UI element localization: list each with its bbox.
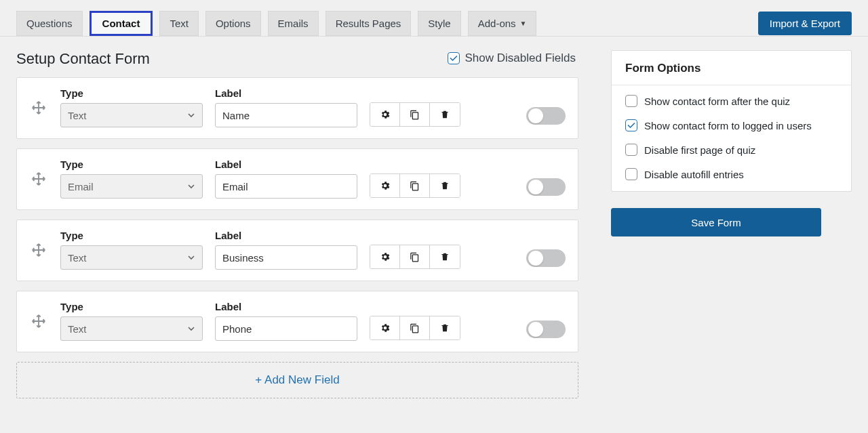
type-select-value: Text bbox=[68, 110, 87, 121]
type-select[interactable]: Text bbox=[60, 316, 203, 341]
tabs-bar: Questions Contact Text Options Emails Re… bbox=[0, 0, 868, 37]
field-actions bbox=[370, 245, 460, 269]
field-enabled-toggle[interactable] bbox=[526, 249, 566, 267]
tab-style-label: Style bbox=[428, 18, 450, 29]
tab-style[interactable]: Style bbox=[418, 11, 460, 36]
settings-button[interactable] bbox=[370, 103, 400, 126]
chevron-down-icon: ▼ bbox=[520, 20, 527, 27]
field-enabled-toggle[interactable] bbox=[526, 178, 566, 196]
settings-button[interactable] bbox=[370, 174, 400, 197]
move-icon[interactable] bbox=[29, 171, 48, 186]
field-actions bbox=[370, 316, 460, 340]
move-icon[interactable] bbox=[29, 314, 48, 329]
copy-icon bbox=[410, 323, 420, 333]
import-export-button[interactable]: Import & Export bbox=[758, 12, 852, 35]
copy-icon bbox=[410, 252, 420, 262]
option-label: Show contact form after the quiz bbox=[644, 96, 790, 107]
label-header: Label bbox=[215, 230, 357, 241]
show-disabled-label: Show Disabled Fields bbox=[465, 51, 576, 65]
panel-title: Form Options bbox=[612, 51, 851, 85]
move-icon[interactable] bbox=[29, 243, 48, 257]
option-disable-first-page[interactable]: Disable first page of quiz bbox=[625, 144, 837, 156]
delete-button[interactable] bbox=[430, 316, 460, 339]
trash-icon bbox=[440, 109, 450, 120]
add-new-field-label: + Add New Field bbox=[255, 373, 339, 387]
label-header: Label bbox=[215, 159, 357, 170]
tab-questions[interactable]: Questions bbox=[16, 11, 83, 36]
field-actions bbox=[370, 173, 460, 198]
show-disabled-checkbox[interactable] bbox=[448, 52, 460, 64]
delete-button[interactable] bbox=[430, 245, 460, 268]
checkbox[interactable] bbox=[625, 144, 637, 156]
type-select-value: Text bbox=[68, 323, 87, 335]
gear-icon bbox=[380, 180, 391, 191]
field-enabled-toggle[interactable] bbox=[526, 321, 566, 338]
tab-emails[interactable]: Emails bbox=[268, 11, 319, 36]
checkbox[interactable] bbox=[625, 168, 637, 180]
trash-icon bbox=[440, 180, 450, 191]
copy-icon bbox=[410, 110, 420, 120]
copy-icon bbox=[410, 181, 420, 191]
tab-contact[interactable]: Contact bbox=[90, 11, 153, 36]
duplicate-button[interactable] bbox=[400, 316, 430, 339]
tab-contact-label: Contact bbox=[102, 18, 140, 29]
checkbox[interactable] bbox=[625, 119, 637, 131]
tab-addons-label: Add-ons bbox=[478, 18, 516, 29]
add-new-field-button[interactable]: + Add New Field bbox=[16, 362, 578, 398]
chevron-down-icon bbox=[187, 182, 195, 190]
tab-text-label: Text bbox=[170, 18, 189, 29]
duplicate-button[interactable] bbox=[400, 103, 430, 126]
tab-addons[interactable]: Add-ons ▼ bbox=[468, 11, 537, 36]
tabs: Questions Contact Text Options Emails Re… bbox=[16, 11, 751, 36]
label-input[interactable] bbox=[215, 174, 357, 199]
field-actions bbox=[370, 102, 460, 127]
tab-emails-label: Emails bbox=[278, 18, 309, 29]
move-icon[interactable] bbox=[29, 100, 48, 115]
field-enabled-toggle[interactable] bbox=[526, 107, 566, 125]
tab-questions-label: Questions bbox=[26, 18, 73, 29]
trash-icon bbox=[440, 251, 450, 262]
gear-icon bbox=[380, 323, 391, 333]
type-select[interactable]: Email bbox=[60, 174, 203, 199]
label-input[interactable] bbox=[215, 103, 357, 127]
type-header: Type bbox=[60, 159, 203, 170]
field-row: Type Text Label bbox=[16, 291, 578, 352]
label-header: Label bbox=[215, 87, 357, 99]
tab-options-label: Options bbox=[216, 18, 251, 29]
chevron-down-icon bbox=[187, 111, 195, 119]
option-label: Disable first page of quiz bbox=[644, 144, 755, 156]
settings-button[interactable] bbox=[370, 316, 400, 339]
tab-results-pages[interactable]: Results Pages bbox=[326, 11, 412, 36]
field-row: Type Text Label bbox=[16, 220, 578, 281]
delete-button[interactable] bbox=[430, 103, 460, 126]
checkbox[interactable] bbox=[625, 95, 637, 107]
option-show-after-quiz[interactable]: Show contact form after the quiz bbox=[625, 95, 837, 107]
type-header: Type bbox=[60, 87, 203, 99]
duplicate-button[interactable] bbox=[400, 245, 430, 268]
label-input[interactable] bbox=[215, 316, 357, 341]
tab-options[interactable]: Options bbox=[205, 11, 261, 36]
type-select[interactable]: Text bbox=[60, 245, 203, 270]
trash-icon bbox=[440, 323, 450, 333]
duplicate-button[interactable] bbox=[400, 174, 430, 197]
label-header: Label bbox=[215, 301, 357, 312]
chevron-down-icon bbox=[187, 325, 195, 333]
label-input[interactable] bbox=[215, 245, 357, 270]
tab-text[interactable]: Text bbox=[159, 11, 199, 36]
type-select-value: Text bbox=[68, 252, 87, 264]
option-label: Disable autofill entries bbox=[644, 169, 744, 180]
save-form-button[interactable]: Save Form bbox=[611, 208, 821, 236]
field-row: Type Email Label bbox=[16, 148, 578, 210]
gear-icon bbox=[380, 251, 391, 262]
tab-results-pages-label: Results Pages bbox=[336, 18, 401, 29]
chevron-down-icon bbox=[187, 253, 195, 262]
type-select[interactable]: Text bbox=[60, 103, 203, 127]
delete-button[interactable] bbox=[430, 174, 460, 197]
option-disable-autofill[interactable]: Disable autofill entries bbox=[625, 168, 837, 180]
type-header: Type bbox=[60, 230, 203, 241]
option-show-logged-in[interactable]: Show contact form to logged in users bbox=[625, 119, 837, 131]
option-label: Show contact form to logged in users bbox=[644, 120, 812, 131]
settings-button[interactable] bbox=[370, 245, 400, 268]
gear-icon bbox=[380, 109, 391, 120]
form-options-panel: Form Options Show contact form after the… bbox=[611, 50, 852, 192]
